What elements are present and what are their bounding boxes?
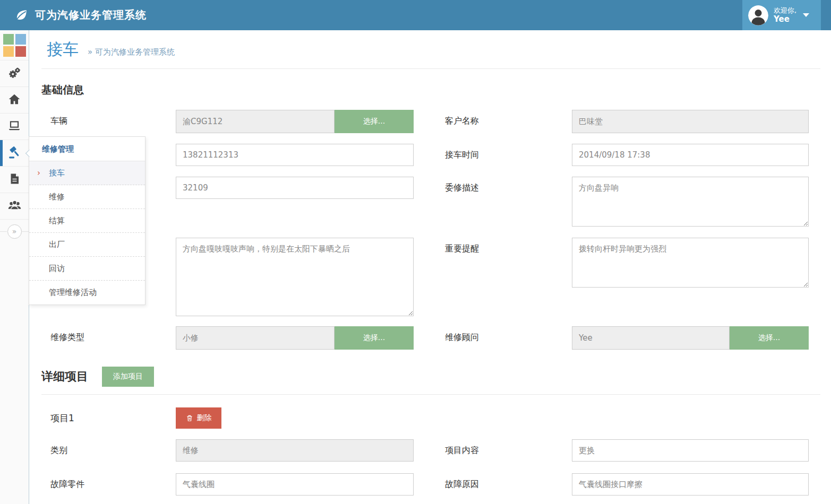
section-detail-items: 详细项目 添加项目 (41, 367, 820, 395)
trash-icon (186, 414, 193, 422)
advisor-label: 维修顾问 (414, 326, 572, 343)
vehicle-field[interactable] (176, 110, 335, 133)
sidebar-item-settings[interactable] (0, 60, 29, 87)
section-title-basic-info: 基础信息 (41, 83, 820, 97)
form-row: 方向盘嘎吱嘎吱声响，特别是在太阳下暴晒之后 重要提醒 拨转向杆时异响更为强烈 (41, 238, 820, 316)
repair-desc-field[interactable]: 方向盘异响 (572, 177, 809, 227)
section-title-detail-items: 详细项目 (41, 369, 88, 385)
sidebar-item-workstation[interactable] (0, 114, 29, 140)
users-icon (7, 198, 22, 214)
reminder-field[interactable]: 拨转向杆时异响更为强烈 (572, 238, 809, 288)
category-label: 类别 (41, 439, 176, 456)
repair-management-flyout: 维修管理 › 接车 维修 结算 出厂 回访 管理维修活动 (29, 136, 145, 305)
repair-type-field[interactable] (176, 326, 335, 350)
form-row: 故障零件 故障原因 (41, 473, 820, 496)
reminder-label: 重要提醒 (414, 238, 572, 255)
form-row: 类别 项目内容 (41, 439, 820, 462)
breadcrumb: 接车 » 可为汽修业务管理系统 (41, 30, 820, 69)
flyout-item-departure[interactable]: 出厂 (29, 233, 145, 257)
delete-item-button[interactable]: 删除 (176, 407, 221, 429)
item-title: 项目1 (41, 412, 176, 424)
delete-button-label: 删除 (197, 413, 212, 423)
customer-label: 客户名称 (414, 110, 572, 127)
repair-type-label: 维修类型 (41, 326, 176, 343)
sidebar-collapse-toggle[interactable]: » (0, 220, 29, 243)
fault-detail-field[interactable]: 方向盘嘎吱嘎吱声响，特别是在太阳下暴晒之后 (176, 238, 414, 316)
user-avatar-icon (748, 5, 768, 25)
leaf-logo-icon (14, 8, 28, 22)
sidebar-item-repair-management[interactable] (0, 140, 29, 167)
customer-field[interactable] (572, 110, 809, 133)
phone-field[interactable] (176, 144, 414, 166)
add-item-button[interactable]: 添加项目 (102, 367, 154, 387)
top-bar: 可为汽修业务管理系统 欢迎你, Yee (0, 0, 831, 30)
advisor-select-button[interactable]: 选择... (730, 326, 809, 350)
fault-part-label: 故障零件 (41, 473, 176, 490)
form-row: 车辆 选择... 客户名称 (41, 110, 820, 133)
fault-part-field[interactable] (176, 473, 414, 496)
repair-type-select-button[interactable]: 选择... (335, 326, 414, 350)
user-greeting: 欢迎你, Yee (774, 6, 796, 24)
sidebar: » (0, 30, 29, 504)
content-field[interactable] (572, 439, 809, 462)
chevron-right-icon: › (37, 161, 40, 185)
main-content: 接车 » 可为汽修业务管理系统 基础信息 车辆 选择... 客户名称 接车时间 … (29, 30, 831, 504)
app-title: 可为汽修业务管理系统 (35, 8, 147, 22)
sidebar-item-logo[interactable] (0, 30, 29, 60)
flyout-item-label: 维修 (49, 192, 65, 202)
app-logo-icon (3, 34, 26, 57)
form-row: 维修类型 选择... 维修顾问 选择... (41, 326, 820, 350)
breadcrumb-path: » 可为汽修业务管理系统 (88, 47, 175, 57)
flyout-item-label: 管理维修活动 (49, 288, 97, 297)
receive-time-label: 接车时间 (414, 144, 572, 161)
flyout-item-followup[interactable]: 回访 (29, 257, 145, 281)
flyout-item-settlement[interactable]: 结算 (29, 209, 145, 233)
sidebar-item-home[interactable] (0, 87, 29, 114)
flyout-item-label: 接车 (49, 168, 65, 178)
chevron-double-right-icon: » (7, 224, 22, 239)
document-icon (8, 172, 21, 187)
username: Yee (774, 14, 796, 24)
vehicle-label: 车辆 (41, 110, 176, 127)
gears-icon (7, 66, 21, 82)
sidebar-item-documents[interactable] (0, 167, 29, 193)
flyout-item-receive[interactable]: › 接车 (29, 161, 145, 185)
flyout-title: 维修管理 (29, 137, 145, 161)
vehicle-select-button[interactable]: 选择... (335, 110, 414, 133)
advisor-field[interactable] (572, 326, 730, 350)
fault-reason-field[interactable] (572, 473, 809, 496)
repair-desc-label: 委修描述 (414, 177, 572, 194)
content-label: 项目内容 (414, 439, 572, 456)
laptop-icon (7, 119, 21, 135)
flyout-item-label: 结算 (49, 216, 65, 225)
flyout-item-repair[interactable]: 维修 (29, 185, 145, 209)
page-title: 接车 (47, 39, 79, 60)
item-header: 项目1 删除 (41, 407, 820, 429)
flyout-item-label: 出厂 (49, 240, 65, 249)
form-row: 委修描述 方向盘异响 (41, 177, 820, 227)
mileage-field[interactable] (176, 177, 414, 199)
gavel-icon (7, 145, 21, 161)
user-menu[interactable]: 欢迎你, Yee (742, 0, 821, 30)
category-field[interactable] (176, 439, 414, 462)
home-icon (7, 92, 21, 108)
welcome-text: 欢迎你, (774, 6, 796, 15)
fault-reason-label: 故障原因 (414, 473, 572, 490)
flyout-item-label: 回访 (49, 264, 65, 273)
sidebar-item-users[interactable] (0, 193, 29, 220)
flyout-item-manage-activities[interactable]: 管理维修活动 (29, 281, 145, 305)
chevron-down-icon (803, 13, 809, 17)
form-row: 接车时间 (41, 144, 820, 166)
receive-time-field[interactable] (572, 144, 809, 166)
